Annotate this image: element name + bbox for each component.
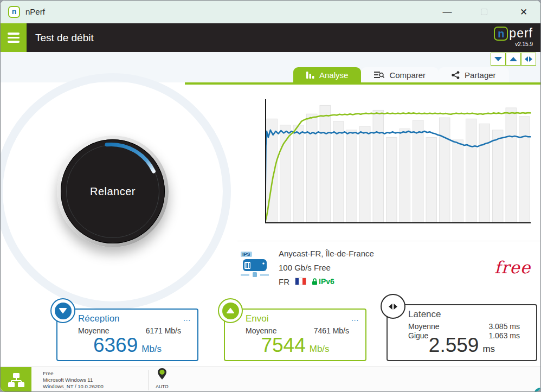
latence-card: Latence Moyenne 3.085 ms Gigue 1.063 ms … [387,304,537,361]
tab-analyse[interactable]: Analyse [293,67,361,82]
maximize-icon [481,9,487,15]
nperf-brand-logo: n perf v2.15.9 [494,26,533,47]
latency-badge [381,294,405,319]
reception-current-value: 6369 [93,334,138,356]
latency-toggle-button[interactable] [521,53,536,66]
tab-comparer[interactable]: Comparer [361,67,439,82]
france-flag-icon [295,278,306,285]
platform-version: Windows_NT / 10.0.26200 [43,383,104,390]
lan-network-icon [8,372,24,388]
nperf-app-icon: n [8,6,20,18]
download-badge [50,298,75,323]
maximize-button[interactable] [474,1,494,23]
envoi-menu-button[interactable]: ... [351,317,359,320]
main-area: Relancer IPS Anycast-FR, [1,82,540,367]
ips-badge: IPS [241,252,252,257]
server-country: FR [279,277,289,286]
envoi-unit: Mb/s [310,344,330,354]
app-version: v2.15.9 [494,41,533,47]
server-icon: IPS [241,252,269,283]
latence-title: Latence [408,309,441,320]
server-mode-label: AUTO [154,384,170,389]
latence-avg-value: 3.085 ms [488,322,520,331]
location-pin-icon [157,368,167,382]
arrow-up-icon [509,56,518,62]
nperf-window: n nPerf — ✕ Test de débit n perf v2.15.9 [0,0,541,392]
isp-free-logo: free [494,258,531,277]
envoi-card: Envoi ... Moyenne 7461 Mb/s 7544Mb/s [224,309,366,361]
latence-current-value: 2.559 [429,334,479,356]
relaunch-test-button[interactable]: Relancer [57,136,169,247]
page-title: Test de débit [35,23,94,52]
os-name: Microsoft Windows 11 [43,377,104,383]
metric-toggle-group [491,53,536,66]
server-mode-button[interactable]: AUTO [154,368,170,389]
upload-arrow-icon [226,307,235,314]
ipv6-badge: IPv6 [312,277,334,286]
app-header: Test de débit n perf v2.15.9 [1,23,540,52]
status-bar: Free Microsoft Windows 11 Windows_NT / 1… [1,367,540,392]
download-toggle-button[interactable] [491,53,506,66]
list-search-icon [374,71,384,79]
reception-unit: Mb/s [141,344,162,354]
hamburger-icon [8,33,20,35]
tab-strip: Analyse Comparer [293,67,509,82]
share-icon [452,71,460,79]
download-arrow-icon [59,307,67,314]
statusbar-divider [148,370,149,390]
server-info-row: IPS Anycast-FR, Île-de-France 100 Gb/s F… [237,241,540,293]
server-bandwidth: 100 Gb/s Free [279,263,374,272]
arrows-left-right-icon [524,56,533,62]
latence-avg-label: Moyenne [408,322,440,331]
close-button[interactable]: ✕ [513,1,534,23]
latence-unit: ms [482,344,495,354]
minimize-button[interactable]: — [437,1,457,23]
titlebar: n nPerf — ✕ [1,1,540,23]
lock-icon [312,278,318,285]
system-info: Free Microsoft Windows 11 Windows_NT / 1… [43,370,104,390]
envoi-title: Envoi [246,313,269,324]
upload-toggle-button[interactable] [506,53,521,66]
upload-badge [218,298,243,323]
bar-chart-icon [306,71,314,79]
tab-partager[interactable]: Partager [439,67,509,82]
latency-arrows-icon [388,303,398,310]
active-tab-underline [185,82,540,85]
relaunch-label: Relancer [57,136,169,247]
server-name: Anycast-FR, Île-de-France [279,249,374,258]
network-interface-button[interactable] [1,367,31,392]
corner-accent-decoration [534,388,540,392]
reception-card: Réception ... Moyenne 6171 Mb/s 6369Mb/s [56,309,198,361]
reception-title: Réception [78,313,120,324]
speed-chart [265,99,531,223]
hamburger-menu-button[interactable] [1,23,27,52]
isp-name: Free [43,370,104,377]
arrow-down-icon [494,56,503,62]
envoi-current-value: 7544 [261,334,305,356]
brand-n-icon: n [494,27,508,41]
window-title: nPerf [25,7,45,16]
reception-menu-button[interactable]: ... [183,317,191,320]
